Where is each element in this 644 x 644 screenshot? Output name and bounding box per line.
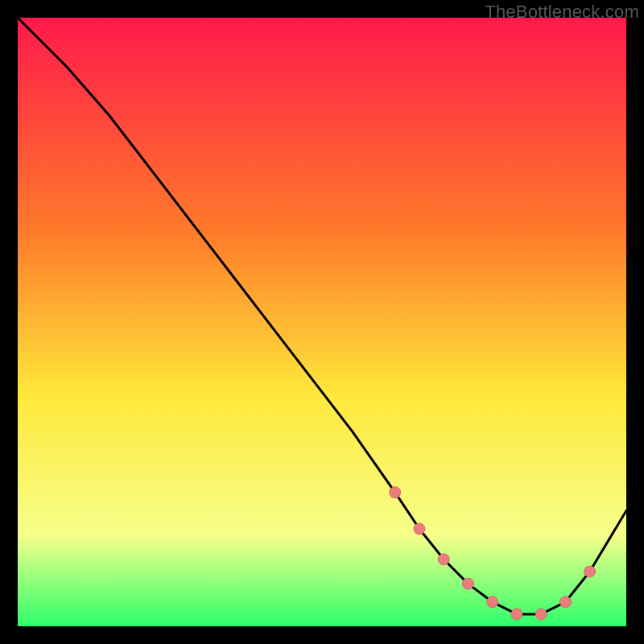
background-gradient — [18, 18, 626, 626]
chart-stage: TheBottleneck.com — [0, 0, 644, 644]
curve-marker — [414, 523, 425, 535]
watermark-text: TheBottleneck.com — [485, 2, 639, 23]
curve-marker — [487, 597, 498, 608]
curve-marker — [535, 609, 547, 620]
curve-marker — [462, 578, 473, 589]
chart-svg — [18, 18, 626, 626]
curve-marker — [511, 609, 522, 620]
plot-area — [18, 18, 626, 626]
curve-marker — [559, 597, 571, 608]
curve-marker — [584, 566, 596, 577]
curve-marker — [438, 554, 449, 565]
curve-marker — [390, 487, 401, 498]
